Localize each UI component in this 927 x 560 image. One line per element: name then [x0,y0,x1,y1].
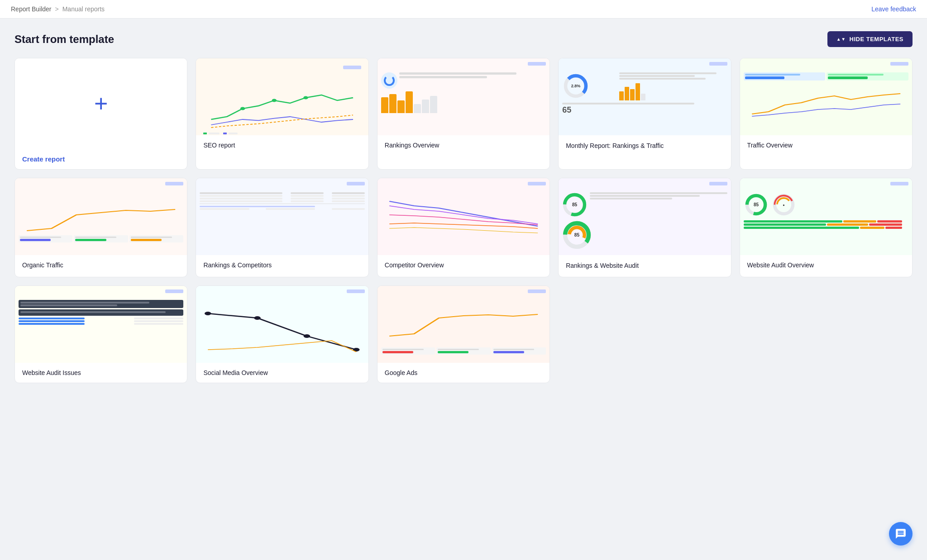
section-header: Start from template ▲▼ HIDE TEMPLATES [14,31,913,47]
svg-point-2 [304,96,308,99]
breadcrumb: Report Builder > Manual reports [11,5,105,13]
template-label-seo: SEO report [196,135,368,155]
template-organic[interactable]: Organic Traffic [14,178,187,277]
website-issues-preview [15,286,187,363]
google-ads-preview [377,286,550,363]
svg-point-20 [205,312,211,315]
template-website-audit[interactable]: 85 ● [740,178,913,277]
top-bar: Report Builder > Manual reports Leave fe… [0,0,927,19]
rankings-comp-preview [196,178,368,255]
svg-point-0 [240,107,245,110]
svg-point-1 [272,99,277,102]
template-label-competitor: Competitor Overview [377,255,550,275]
organic-preview [15,178,187,255]
svg-text:85: 85 [753,202,759,207]
competitor-preview [377,178,550,255]
templates-grid: + Create report [14,58,913,383]
arrows-icon: ▲▼ [836,37,846,42]
breadcrumb-root[interactable]: Report Builder [11,5,52,13]
template-google-ads[interactable]: Google Ads [377,285,550,383]
create-preview: + [15,58,187,149]
template-label-google-ads: Google Ads [377,363,550,383]
leave-feedback-link[interactable]: Leave feedback [871,5,916,13]
traffic-overview-preview [740,58,912,135]
template-website-issues[interactable]: Website Audit Issues [14,285,187,383]
svg-text:2.8%: 2.8% [571,84,581,88]
template-label-create: Create report [15,149,187,169]
template-rankings-comp[interactable]: Rankings & Competitors [196,178,368,277]
template-social-media[interactable]: Social Media Overview [196,285,368,383]
template-label-rankings-comp: Rankings & Competitors [196,255,368,275]
main-content: Start from template ▲▼ HIDE TEMPLATES + … [0,19,927,396]
template-traffic-overview[interactable]: Traffic Overview [740,58,913,170]
website-audit-preview: 85 ● [740,178,912,255]
template-label-traffic-overview: Traffic Overview [740,135,912,155]
svg-text:●: ● [783,203,784,207]
social-media-preview [196,286,368,363]
template-label-rankings-audit: Rankings & Website Audit [559,255,731,277]
breadcrumb-sep: > [55,5,59,13]
template-monthly[interactable]: 2.8% [558,58,731,170]
breadcrumb-current: Manual reports [62,5,105,13]
template-rankings-overview[interactable]: Rankings Overview [377,58,550,170]
rankings-audit-preview: 85 85 [559,178,731,255]
hide-templates-button[interactable]: ▲▼ HIDE TEMPLATES [827,31,913,47]
template-rankings-audit[interactable]: 85 85 [558,178,731,277]
svg-text:85: 85 [574,233,580,237]
plus-icon: + [94,92,108,115]
svg-text:85: 85 [572,202,578,207]
template-label-monthly: Monthly Report: Rankings & Traffic [559,135,731,157]
template-label-social-media: Social Media Overview [196,363,368,383]
hide-templates-label: HIDE TEMPLATES [850,36,903,43]
template-competitor[interactable]: Competitor Overview [377,178,550,277]
template-label-website-issues: Website Audit Issues [15,363,187,383]
rankings-overview-preview [377,58,550,135]
monthly-preview: 2.8% [559,58,731,135]
template-create[interactable]: + Create report [14,58,187,170]
template-label-organic: Organic Traffic [15,255,187,275]
template-label-website-audit: Website Audit Overview [740,255,912,275]
template-label-rankings-overview: Rankings Overview [377,135,550,155]
template-seo[interactable]: SEO report [196,58,368,170]
seo-preview [196,58,368,135]
section-title: Start from template [14,33,114,46]
svg-point-22 [304,334,311,338]
svg-point-21 [254,316,261,320]
